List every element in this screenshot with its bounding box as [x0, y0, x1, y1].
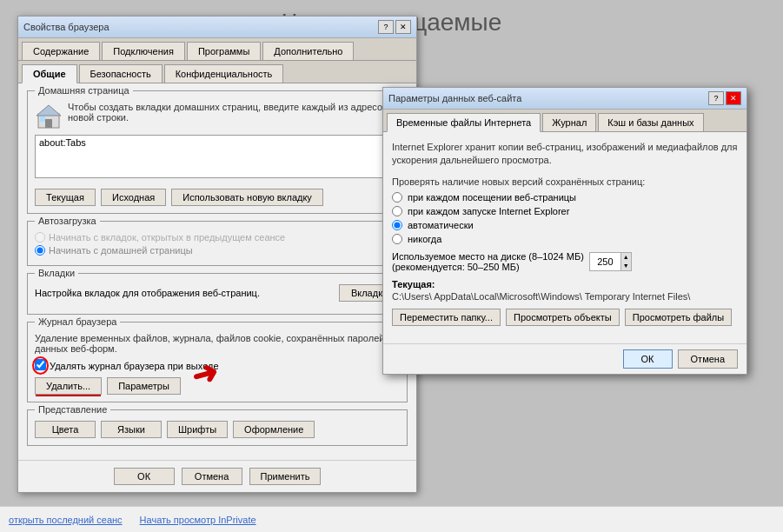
disk-spinbox: ▲ ▼ [589, 252, 632, 271]
journal-btn-row: Удалить... Параметры [35, 377, 400, 395]
version-radio-3[interactable] [392, 234, 402, 244]
tabs-section-row: Настройка вкладок для отображения веб-ст… [35, 284, 400, 302]
main-cancel-button[interactable]: Отмена [182, 468, 242, 485]
autoload-option-0-label: Начинать с вкладок, открытых в предыдуще… [49, 232, 285, 243]
version-option-3: никогда [392, 234, 738, 244]
params-tab-journal[interactable]: Журнал [542, 113, 596, 131]
main-tab-bar-top: Содержание Подключения Программы Дополни… [18, 38, 416, 61]
main-apply-button[interactable]: Применить [249, 468, 322, 485]
journal-group: Журнал браузера Удаление временных файло… [27, 322, 408, 402]
disk-value-input[interactable] [590, 253, 620, 270]
move-folder-button[interactable]: Переместить папку... [392, 309, 501, 326]
version-option-0: при каждом посещении веб-страницы [392, 192, 738, 203]
params-titlebar-buttons: ? ✕ [708, 91, 741, 105]
languages-button[interactable]: Языки [101, 421, 162, 438]
homepage-btn-row: Текущая Исходная Использовать новую вкла… [35, 189, 400, 206]
params-dialog-title: Параметры данных веб-сайта [388, 93, 521, 103]
disk-usage-label: Используемое место на диске (8–1024 МБ)(… [392, 251, 584, 272]
version-label-1: при каждом запуске Internet Explorer [408, 206, 569, 216]
main-ok-button[interactable]: ОК [114, 468, 175, 485]
autoload-content: Начинать с вкладок, открытых в предыдуще… [35, 232, 400, 256]
version-option-1: при каждом запуске Internet Explorer [392, 206, 738, 216]
journal-content: Удаление временных файлов, журнала, файл… [35, 333, 400, 395]
delete-journal-checkbox[interactable] [35, 359, 46, 370]
tab-content[interactable]: Содержание [22, 42, 100, 60]
version-label-3: никогда [408, 234, 441, 244]
homepage-url-input[interactable]: about:Tabs [35, 135, 400, 178]
representation-btn-row: Цвета Языки Шрифты Оформление [35, 421, 400, 438]
journal-checkbox-row: Удалять журнал браузера при выходе [35, 359, 400, 372]
disk-down-arrow[interactable]: ▼ [621, 262, 631, 270]
view-files-button[interactable]: Просмотреть файлы [625, 309, 732, 326]
main-dialog: Свойства браузера ? ✕ Содержание Подключ… [17, 16, 417, 493]
version-radio-1[interactable] [392, 206, 402, 216]
browser-bottom-bar: открыть последний сеанс Начать просмотр … [0, 506, 783, 532]
tabs-desc-text: Настройка вкладок для отображения веб-ст… [35, 288, 260, 298]
tab-privacy[interactable]: Конфиденциальность [164, 64, 284, 83]
main-help-button[interactable]: ? [378, 20, 394, 34]
tab-connections[interactable]: Подключения [102, 42, 185, 60]
tabs-label: Вкладки [35, 268, 78, 278]
version-label-2: автоматически [408, 220, 474, 230]
journal-desc: Удаление временных файлов, журнала, файл… [35, 333, 400, 354]
colors-button[interactable]: Цвета [35, 421, 96, 438]
params-tab-cache[interactable]: Кэш и базы данных [598, 113, 703, 131]
homepage-label: Домашняя страница [35, 85, 133, 96]
representation-group: Представление Цвета Языки Шрифты Оформле… [27, 409, 408, 446]
params-close-button[interactable]: ✕ [726, 91, 741, 105]
tab-general[interactable]: Общие [22, 64, 77, 83]
params-tab-bar: Временные файлы Интернета Журнал Кэш и б… [383, 110, 747, 132]
main-tab-bar-bottom: Общие Безопасность Конфиденциальность [18, 61, 416, 83]
current-label: Текущая: [392, 279, 738, 289]
disk-usage-row: Используемое место на диске (8–1024 МБ)(… [392, 251, 738, 272]
params-tab-internet-files[interactable]: Временные файлы Интернета [387, 113, 541, 132]
params-check-versions: Проверять наличие новых версий сохранённ… [392, 176, 738, 187]
tab-programs[interactable]: Программы [187, 42, 261, 60]
journal-checkbox-label: Удалять журнал браузера при выходе [50, 361, 219, 371]
homepage-group: Домашняя страница Чтобы создать вкладки … [27, 90, 408, 214]
params-action-btn-row: Переместить папку... Просмотреть объекты… [392, 309, 738, 326]
new-tab-button[interactable]: Использовать новую вкладку [171, 189, 323, 206]
fonts-button[interactable]: Шрифты [167, 421, 228, 438]
tab-security[interactable]: Безопасность [79, 64, 163, 83]
tab-advanced[interactable]: Дополнительно [262, 42, 354, 60]
home-icon [35, 102, 63, 130]
params-dialog: Параметры данных веб-сайта ? ✕ Временные… [382, 87, 747, 375]
homepage-desc-text: Чтобы создать вкладки домашних страниц, … [68, 102, 400, 123]
main-titlebar-buttons: ? ✕ [378, 20, 411, 34]
homepage-content: Чтобы создать вкладки домашних страниц, … [35, 102, 400, 206]
version-radio-0[interactable] [392, 192, 402, 203]
disk-spinbox-arrows: ▲ ▼ [620, 253, 631, 270]
autoload-label: Автозагрузка [35, 216, 100, 226]
tabs-content: Настройка вкладок для отображения веб-ст… [35, 284, 400, 302]
version-radio-2[interactable] [392, 220, 402, 230]
main-close-button[interactable]: ✕ [395, 20, 411, 34]
svg-rect-3 [40, 116, 45, 122]
delete-button[interactable]: Удалить... [35, 377, 102, 395]
representation-label: Представление [35, 404, 110, 415]
params-button[interactable]: Параметры [107, 377, 181, 395]
autoload-radio-1[interactable] [35, 245, 45, 256]
params-ok-button[interactable]: ОК [623, 349, 673, 369]
params-content: Internet Explorer хранит копии веб-стран… [383, 132, 747, 343]
autoload-option-1: Начинать с домашней страницы [35, 245, 400, 256]
checkbox-highlight [35, 359, 46, 372]
current-path: C:\Users\ AppData\Local\Microsoft\Window… [392, 291, 738, 302]
params-titlebar: Параметры данных веб-сайта ? ✕ [383, 88, 747, 110]
params-cancel-button[interactable]: Отмена [678, 349, 738, 369]
params-help-button[interactable]: ? [708, 91, 724, 105]
representation-content: Цвета Языки Шрифты Оформление [35, 421, 400, 438]
view-objects-button[interactable]: Просмотреть объекты [506, 309, 620, 326]
autoload-radio-0[interactable] [35, 232, 45, 243]
autoload-group: Автозагрузка Начинать с вкладок, открыты… [27, 221, 408, 266]
last-session-link[interactable]: открыть последний сеанс [9, 515, 123, 525]
autoload-option-0: Начинать с вкладок, открытых в предыдуще… [35, 232, 400, 243]
main-dialog-content: Домашняя страница Чтобы создать вкладки … [18, 83, 416, 460]
main-dialog-titlebar: Свойства браузера ? ✕ [18, 17, 416, 38]
inprivate-link[interactable]: Начать просмотр InPrivate [140, 515, 256, 525]
original-button[interactable]: Исходная [101, 189, 166, 206]
disk-up-arrow[interactable]: ▲ [621, 253, 631, 262]
autoload-option-1-label: Начинать с домашней страницы [49, 245, 193, 256]
design-button[interactable]: Оформление [233, 421, 315, 438]
current-button[interactable]: Текущая [35, 189, 96, 206]
